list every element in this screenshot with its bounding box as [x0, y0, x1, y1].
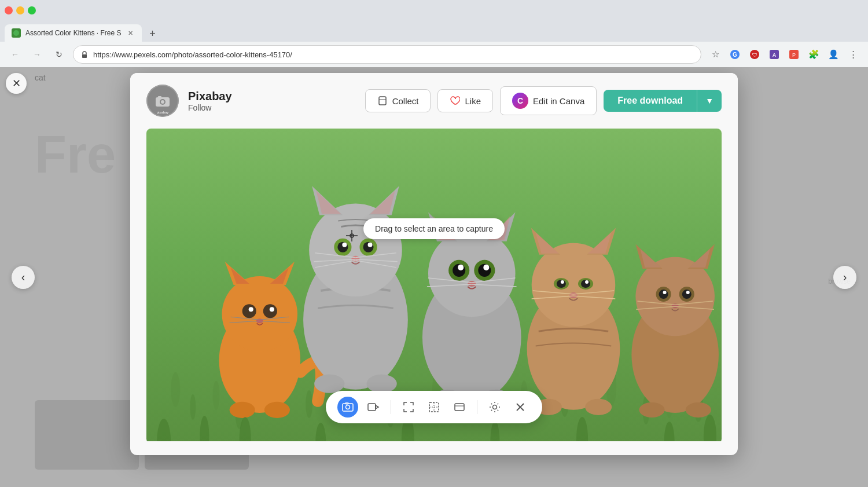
svg-point-128 [639, 402, 664, 418]
svg-text:P: P [792, 52, 796, 58]
svg-text:pixabay: pixabay [157, 111, 169, 114]
svg-point-62 [342, 243, 347, 247]
close-overlay-btn[interactable]: ✕ [6, 73, 27, 94]
lock-icon [80, 50, 89, 58]
tab-label: Assorted Color Kittens · Free S [25, 29, 121, 37]
avatar-image: pixabay [146, 85, 179, 117]
edit-label: Edit in Canva [533, 96, 584, 106]
maximize-window-btn[interactable] [28, 6, 36, 14]
title-bar [0, 0, 868, 21]
svg-point-104 [569, 292, 578, 298]
author-follow-link[interactable]: Follow [188, 103, 356, 112]
bg-text: Fre [35, 125, 116, 185]
canva-icon: C [512, 93, 528, 109]
svg-point-122 [686, 291, 690, 294]
drag-tooltip-text: Drag to select an area to capture [375, 224, 493, 233]
active-tab[interactable]: Assorted Color Kittens · Free S ✕ [5, 24, 142, 42]
fullscreen-icon [402, 401, 415, 413]
extension1-btn[interactable]: G [727, 46, 743, 63]
svg-point-110 [585, 399, 612, 415]
svg-point-71 [314, 375, 344, 393]
modal-header: pixabay Pixabay Follow Collect [130, 73, 738, 129]
next-image-btn[interactable]: › [833, 266, 856, 289]
drag-tooltip: Drag to select an area to capture [363, 218, 505, 239]
extension3-btn[interactable]: A [766, 46, 782, 63]
window-capture-btn[interactable] [449, 397, 470, 418]
svg-point-112 [635, 257, 715, 336]
screenshot-btn[interactable] [337, 397, 358, 418]
svg-point-84 [483, 265, 489, 270]
region-capture-btn[interactable] [424, 397, 444, 418]
modal-image-container[interactable]: Drag to select an area to capture [146, 129, 722, 444]
free-download-btn[interactable]: Free download [604, 90, 697, 112]
like-icon [450, 96, 460, 106]
tab-close-btn[interactable]: ✕ [126, 28, 135, 38]
video-btn[interactable] [363, 397, 384, 418]
author-avatar: pixabay [146, 85, 179, 117]
settings-icon [488, 401, 501, 413]
reload-btn[interactable]: ↻ [51, 46, 67, 63]
forward-btn[interactable]: → [29, 46, 45, 63]
svg-point-27 [190, 394, 196, 420]
extensions-btn[interactable]: 🧩 [806, 46, 822, 63]
menu-btn[interactable]: ⋮ [845, 46, 861, 63]
svg-point-119 [659, 290, 668, 299]
video-icon [367, 401, 380, 413]
region-icon [428, 401, 440, 413]
svg-rect-17 [379, 97, 386, 105]
svg-point-85 [468, 281, 476, 287]
svg-point-53 [309, 203, 402, 296]
svg-point-41 [242, 304, 256, 318]
window-controls [5, 6, 36, 14]
svg-point-143 [346, 405, 350, 409]
svg-point-121 [663, 291, 667, 294]
collect-btn[interactable]: Collect [365, 89, 431, 112]
extension4-btn[interactable]: P [786, 46, 802, 63]
fullscreen-capture-btn[interactable] [398, 397, 419, 418]
camera-icon [341, 401, 354, 413]
svg-text:🛡: 🛡 [752, 52, 757, 58]
toolbar-close-btn[interactable] [510, 397, 531, 418]
like-label: Like [465, 96, 481, 106]
svg-rect-15 [158, 96, 161, 98]
bg-label: cat [35, 73, 46, 82]
minimize-window-btn[interactable] [16, 6, 24, 14]
svg-point-120 [682, 290, 692, 299]
download-btn-group: Free download ▼ [604, 90, 722, 112]
toolbar-separator-2 [477, 400, 477, 414]
new-tab-btn[interactable]: + [144, 25, 160, 42]
close-window-btn[interactable] [5, 6, 13, 14]
tab-bar: Assorted Color Kittens · Free S ✕ + [0, 21, 868, 42]
image-modal: pixabay Pixabay Follow Collect [130, 73, 738, 455]
browser-chrome: Assorted Color Kittens · Free S ✕ + ← → … [0, 0, 868, 68]
profile-btn[interactable]: 👤 [825, 46, 841, 63]
svg-point-0 [13, 30, 19, 36]
svg-point-93 [532, 243, 616, 327]
prev-image-btn[interactable]: ‹ [12, 266, 35, 289]
svg-point-51 [264, 402, 290, 418]
svg-text:A: A [773, 52, 777, 58]
svg-point-42 [263, 304, 277, 318]
svg-point-129 [686, 402, 711, 418]
svg-rect-150 [455, 404, 464, 411]
back-btn[interactable]: ← [7, 46, 23, 63]
svg-point-19 [171, 372, 180, 407]
cursor-crosshair [346, 230, 358, 241]
url-bar[interactable]: https://www.pexels.com/photo/assorted-co… [73, 45, 701, 64]
star-btn[interactable]: ☆ [707, 46, 723, 63]
edit-in-canva-btn[interactable]: C Edit in Canva [500, 86, 597, 115]
tab-favicon [12, 28, 21, 38]
like-btn[interactable]: Like [437, 89, 493, 112]
settings-btn[interactable] [484, 397, 505, 418]
extension2-btn[interactable]: 🛡 [746, 46, 763, 63]
toolbar-separator-1 [391, 400, 391, 414]
author-name: Pixabay [188, 90, 356, 103]
download-dropdown-btn[interactable]: ▼ [697, 90, 722, 112]
capture-toolbar [326, 391, 542, 423]
svg-point-43 [249, 307, 253, 312]
collect-label: Collect [392, 96, 419, 106]
svg-point-103 [585, 280, 589, 284]
svg-rect-145 [368, 404, 376, 411]
svg-point-44 [270, 307, 274, 312]
svg-point-63 [368, 243, 373, 247]
